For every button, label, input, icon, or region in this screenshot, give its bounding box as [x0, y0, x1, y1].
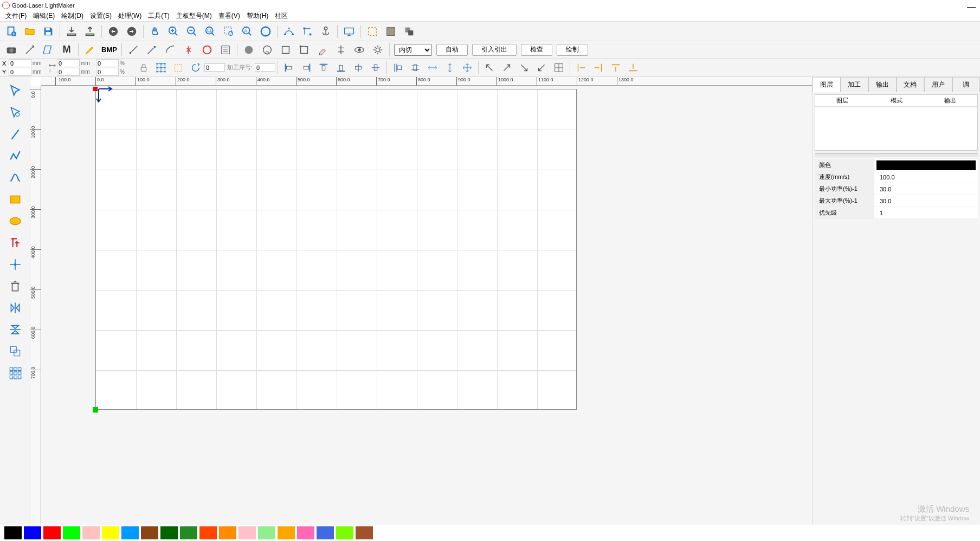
eraser-button[interactable]	[314, 42, 331, 58]
pan-button[interactable]	[146, 23, 164, 40]
dist-both-button[interactable]	[459, 60, 475, 75]
zoom-in-button[interactable]	[165, 23, 182, 40]
panel-divider[interactable]	[815, 153, 978, 157]
maxpow-value[interactable]: 30.0	[874, 198, 978, 204]
circle-button[interactable]	[198, 42, 216, 58]
dist-v-button[interactable]	[442, 60, 458, 75]
node-tool-button[interactable]	[299, 23, 316, 40]
x-input[interactable]	[9, 59, 31, 67]
color-swatch-9[interactable]	[180, 526, 197, 539]
fill-circle-button[interactable]	[240, 42, 257, 58]
color-swatch-13[interactable]	[258, 526, 275, 539]
layer-table-body[interactable]	[815, 107, 977, 150]
align-tool-button[interactable]	[332, 42, 350, 58]
brush-button[interactable]	[81, 42, 99, 58]
break-button[interactable]	[180, 42, 197, 58]
proc-input[interactable]	[255, 63, 275, 72]
color-swatch-12[interactable]	[238, 526, 256, 539]
color-swatch-0[interactable]	[4, 526, 22, 539]
speed-value[interactable]: 100.0	[874, 174, 978, 181]
tab-process[interactable]: 加工	[841, 77, 869, 92]
arrow-bl-button[interactable]	[533, 60, 550, 75]
align-left-button[interactable]	[281, 60, 297, 75]
menu-file[interactable]: 文件(F)	[2, 11, 30, 21]
rotate-button[interactable]	[188, 60, 204, 75]
draw-button[interactable]: 绘制	[557, 44, 588, 56]
cut-mode-select[interactable]: 内切	[394, 44, 432, 56]
mirror-h-tool[interactable]	[4, 298, 26, 318]
bounds-solid-button[interactable]	[382, 23, 399, 40]
dist-left-button[interactable]	[390, 60, 406, 75]
open-file-button[interactable]	[21, 23, 38, 40]
minimize-icon[interactable]: —	[967, 2, 976, 12]
zoom-page-button[interactable]	[257, 23, 274, 40]
canvas[interactable]: -100.00.0100.0200.0300.0400.0500.0600.07…	[30, 77, 812, 525]
align-hcenter-button[interactable]	[350, 60, 366, 75]
auto-button[interactable]: 自动	[436, 44, 468, 56]
menu-tools[interactable]: 工具(T)	[145, 11, 172, 21]
array-tool[interactable]	[4, 363, 26, 383]
color-swatch-3[interactable]	[63, 526, 80, 539]
tab-output[interactable]: 输出	[868, 77, 897, 92]
dist-h-button[interactable]	[424, 60, 441, 75]
redo-button[interactable]	[123, 23, 140, 40]
path-tool-button[interactable]	[280, 23, 298, 40]
grid-snap-button[interactable]	[551, 60, 567, 75]
group-tool[interactable]	[4, 342, 26, 361]
select-tool[interactable]	[4, 81, 26, 101]
color-swatch-4[interactable]	[82, 526, 100, 539]
text-tool[interactable]	[4, 233, 26, 253]
color-swatch-10[interactable]	[199, 526, 217, 539]
ellipse-tool[interactable]	[4, 211, 26, 231]
gear-button[interactable]	[369, 42, 386, 58]
color-swatch-16[interactable]	[317, 526, 334, 539]
color-swatch-18[interactable]	[356, 526, 373, 539]
menu-help[interactable]: 帮助(H)	[243, 11, 272, 21]
snap-right-button[interactable]	[590, 60, 607, 75]
color-swatch-5[interactable]	[102, 526, 119, 539]
ph-input[interactable]	[96, 68, 119, 76]
lock-button[interactable]	[136, 60, 152, 75]
color-swatch-2[interactable]	[43, 526, 61, 539]
arrow-br-button[interactable]	[516, 60, 532, 75]
menu-view[interactable]: 查看(V)	[215, 11, 243, 21]
w-input[interactable]	[57, 59, 80, 67]
pw-input[interactable]	[96, 59, 119, 67]
mirror-v-tool[interactable]	[4, 320, 26, 339]
color-swatch-15[interactable]	[297, 526, 314, 539]
color-swatch-14[interactable]	[278, 526, 295, 539]
color-swatch-17[interactable]	[336, 526, 353, 539]
menu-draw[interactable]: 绘制(D)	[58, 11, 87, 21]
bounds-dash-button[interactable]	[364, 23, 381, 40]
minpow-value[interactable]: 30.0	[874, 186, 978, 192]
canvas-workspace[interactable]	[41, 86, 812, 525]
zoom-select-button[interactable]	[220, 23, 237, 40]
zoom-fit-button[interactable]	[202, 23, 219, 40]
color-swatch[interactable]	[876, 160, 976, 170]
m-button[interactable]: M	[58, 42, 75, 58]
menu-process[interactable]: 处理(W)	[115, 11, 145, 21]
snap-bottom-button[interactable]	[625, 60, 641, 75]
rect-button[interactable]	[277, 42, 294, 58]
menu-board[interactable]: 主板型号(M)	[173, 11, 215, 21]
curve-tool[interactable]	[4, 168, 26, 188]
line-end-button[interactable]	[143, 42, 160, 58]
zoom-out-button[interactable]	[183, 23, 201, 40]
arrow-tl-button[interactable]	[481, 60, 498, 75]
y-input[interactable]	[9, 68, 31, 76]
skew-button[interactable]	[40, 42, 57, 58]
screen-button[interactable]	[340, 23, 358, 40]
save-file-button[interactable]	[40, 23, 57, 40]
snap-left-button[interactable]	[573, 60, 589, 75]
dist-center-button[interactable]	[407, 60, 423, 75]
arc-button[interactable]	[162, 42, 179, 58]
tab-layer[interactable]: 图层	[813, 77, 841, 92]
align-top-button[interactable]	[315, 60, 332, 75]
color-swatch-1[interactable]	[24, 526, 41, 539]
import-leadin-button[interactable]: 引入引出	[472, 44, 517, 56]
align-right-button[interactable]	[298, 60, 314, 75]
eye-button[interactable]	[351, 42, 368, 58]
anchor-tool-button[interactable]	[317, 23, 334, 40]
snap-top-button[interactable]	[608, 60, 624, 75]
menu-community[interactable]: 社区	[272, 11, 291, 21]
